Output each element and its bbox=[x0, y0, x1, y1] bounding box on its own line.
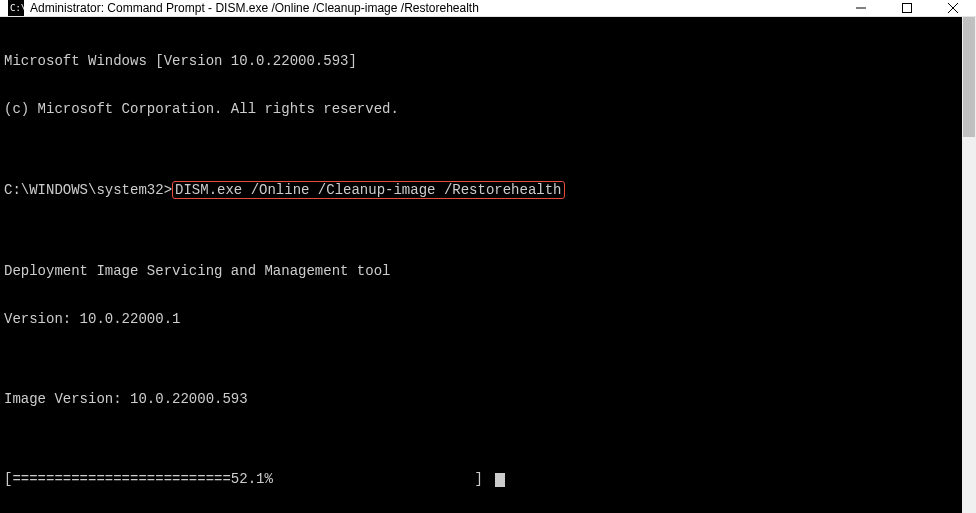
terminal-output-line: Version: 10.0.22000.1 bbox=[4, 311, 958, 327]
window-title: Administrator: Command Prompt - DISM.exe… bbox=[30, 1, 838, 15]
minimize-button[interactable] bbox=[838, 0, 884, 16]
close-button[interactable] bbox=[930, 0, 976, 16]
terminal-content[interactable]: Microsoft Windows [Version 10.0.22000.59… bbox=[0, 17, 962, 513]
terminal-area[interactable]: Microsoft Windows [Version 10.0.22000.59… bbox=[0, 17, 976, 513]
prompt-line: C:\WINDOWS\system32>DISM.exe /Online /Cl… bbox=[4, 181, 958, 199]
prompt-path: C:\WINDOWS\system32> bbox=[4, 182, 172, 198]
svg-text:C:\: C:\ bbox=[10, 3, 24, 13]
progress-line: [==========================52.1% ] bbox=[4, 471, 958, 487]
vertical-scrollbar[interactable] bbox=[962, 17, 976, 513]
progress-bar-left: [==========================52.1% bbox=[4, 471, 273, 487]
window-controls bbox=[838, 0, 976, 16]
titlebar[interactable]: C:\ Administrator: Command Prompt - DISM… bbox=[0, 0, 976, 17]
terminal-output-line: Microsoft Windows [Version 10.0.22000.59… bbox=[4, 53, 958, 69]
maximize-button[interactable] bbox=[884, 0, 930, 16]
terminal-output-line: Image Version: 10.0.22000.593 bbox=[4, 391, 958, 407]
terminal-cursor bbox=[495, 473, 505, 487]
terminal-output-line: Deployment Image Servicing and Managemen… bbox=[4, 263, 958, 279]
scrollbar-thumb[interactable] bbox=[963, 17, 975, 137]
command-prompt-window: C:\ Administrator: Command Prompt - DISM… bbox=[0, 0, 976, 513]
progress-bar-right: ] bbox=[474, 471, 491, 487]
terminal-output-line: (c) Microsoft Corporation. All rights re… bbox=[4, 101, 958, 117]
progress-gap bbox=[273, 471, 475, 487]
highlighted-command: DISM.exe /Online /Cleanup-image /Restore… bbox=[172, 181, 564, 199]
svg-rect-3 bbox=[903, 4, 912, 13]
cmd-icon: C:\ bbox=[8, 0, 24, 16]
